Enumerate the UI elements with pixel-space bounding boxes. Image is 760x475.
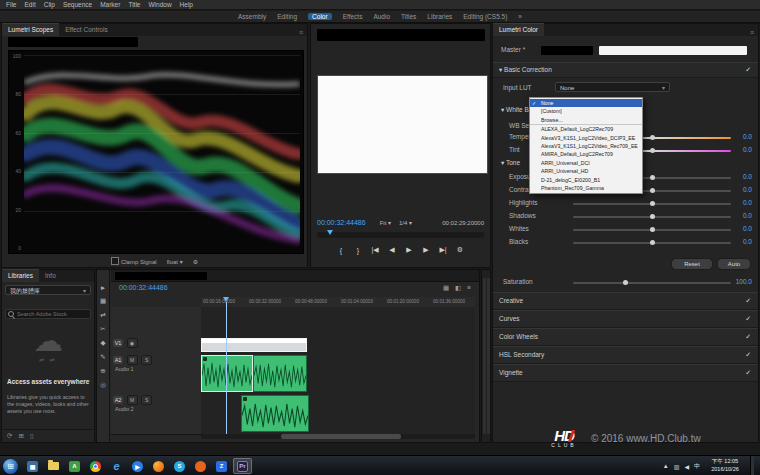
blacks-slider[interactable]	[573, 242, 731, 244]
timeline-playhead-caret[interactable]	[223, 297, 229, 302]
library-add-icon[interactable]: ⊞	[18, 432, 23, 440]
premiere-icon[interactable]: Pr	[233, 458, 252, 474]
go-to-in-button[interactable]: |◀	[370, 246, 380, 254]
auto-button[interactable]: Auto	[717, 258, 751, 270]
menu-marker[interactable]: Marker	[100, 1, 120, 8]
highlights-slider[interactable]	[573, 203, 731, 205]
track-target-a1[interactable]: A1	[113, 356, 123, 364]
lut-menu-item[interactable]: AlexaV3_K1S1_LogC2Video_Rec709_EE	[530, 142, 642, 150]
video-clip[interactable]	[201, 338, 307, 352]
playback-resolution-dropdown[interactable]: 1/4 ▾	[399, 219, 412, 226]
mute-toggle[interactable]: M	[127, 395, 138, 405]
taskbar-app-blue-icon[interactable]: Z	[212, 458, 231, 474]
step-back-button[interactable]: ◀	[387, 246, 397, 254]
lut-menu-item[interactable]: ALEXA_Default_LogC2Rec709	[530, 125, 642, 133]
menu-title[interactable]: Title	[128, 1, 140, 8]
lut-menu-item-custom[interactable]: [Custom]	[530, 107, 642, 115]
section-basic-correction[interactable]: ▾ Basic Correction ✓	[493, 62, 758, 78]
slider-handle[interactable]	[650, 148, 655, 153]
pen-tool-icon[interactable]: ✎	[100, 353, 105, 361]
input-lut-dropdown[interactable]: None ▾	[555, 82, 670, 92]
tray-ime-icon[interactable]: 中	[694, 462, 700, 471]
selection-tool-icon[interactable]: ►	[100, 284, 106, 291]
taskbar-app-green-icon[interactable]: A	[65, 458, 84, 474]
firefox-icon[interactable]	[149, 458, 168, 474]
audio-clip[interactable]	[253, 355, 307, 392]
saturation-slider[interactable]	[573, 282, 731, 284]
menu-window[interactable]: Window	[148, 1, 171, 8]
whites-slider[interactable]	[573, 229, 731, 231]
solo-toggle[interactable]: S	[141, 355, 152, 365]
menu-clip[interactable]: Clip	[44, 1, 55, 8]
track-lane-v3[interactable]	[201, 307, 475, 323]
menu-sequence[interactable]: Sequence	[63, 1, 92, 8]
ripple-edit-tool-icon[interactable]: ⇄	[100, 311, 105, 319]
tab-effect-controls[interactable]: Effect Controls	[59, 24, 114, 36]
section-creative[interactable]: Creative ✓	[493, 292, 758, 310]
lut-menu-item[interactable]: Phantom_Rec709_Gamma	[530, 184, 642, 192]
show-desktop-button[interactable]	[750, 456, 754, 475]
scope-format-dropdown[interactable]: float ▾	[167, 258, 183, 265]
tray-volume-icon[interactable]: ◀	[684, 463, 689, 470]
media-player-icon[interactable]: ▶	[128, 458, 147, 474]
menu-edit[interactable]: Edit	[24, 1, 35, 8]
section-color-wheels[interactable]: Color Wheels ✓	[493, 328, 758, 346]
start-button[interactable]: ⊞	[3, 459, 18, 474]
linked-selection-icon[interactable]: ◧	[455, 284, 461, 292]
panel-menu-icon[interactable]: ≡	[299, 29, 307, 36]
clamp-signal-toggle[interactable]: Clamp Signal	[111, 257, 157, 265]
lut-menu-item[interactable]: D-21_delogC_EI0200_B1	[530, 176, 642, 184]
library-sync-icon[interactable]: ⟳	[7, 432, 12, 440]
track-target-v1[interactable]: V1	[113, 339, 123, 347]
menu-file[interactable]: File	[6, 1, 16, 8]
skype-icon[interactable]: S	[170, 458, 189, 474]
library-search-input[interactable]	[5, 309, 91, 319]
track-target-a2[interactable]: A2	[113, 396, 123, 404]
tab-libraries[interactable]: Libraries	[2, 269, 39, 282]
mark-in-button[interactable]: {	[336, 247, 346, 254]
solo-toggle[interactable]: S	[141, 395, 152, 405]
audio-clip[interactable]	[241, 395, 309, 432]
go-to-out-button[interactable]: ▶|	[438, 246, 448, 254]
track-lane-a2[interactable]	[201, 394, 475, 435]
hand-tool-icon[interactable]: ⊕	[100, 367, 105, 375]
tray-expand-icon[interactable]: ▲	[663, 463, 669, 469]
lut-menu-item[interactable]: AMIRA_Default_LogC2Rec709	[530, 150, 642, 158]
scrollbar-thumb[interactable]	[281, 434, 401, 439]
step-forward-button[interactable]: ▶	[421, 246, 431, 254]
track-select-tool-icon[interactable]: ▦	[100, 297, 106, 305]
chrome-icon[interactable]	[86, 458, 105, 474]
play-button[interactable]: ▶	[404, 246, 414, 254]
lut-menu-item[interactable]: ARRI_Universal_HD	[530, 167, 642, 175]
section-curves[interactable]: Curves ✓	[493, 310, 758, 328]
library-collection-dropdown[interactable]: 我的媒體庫 ▾	[5, 285, 91, 295]
slider-handle[interactable]	[650, 135, 655, 140]
redacted-sequence-tab[interactable]	[115, 272, 207, 280]
track-visibility-icon[interactable]: ◉	[127, 338, 138, 348]
tab-lumetri-scopes[interactable]: Lumetri Scopes	[2, 23, 59, 36]
mute-toggle[interactable]: M	[127, 355, 138, 365]
export-frame-button[interactable]: ⚙	[455, 246, 465, 254]
program-scrub-bar[interactable]	[317, 232, 484, 238]
lut-menu-item[interactable]: AlexaV3_K1S1_LogC2Video_DCIP3_EE	[530, 134, 642, 142]
razor-tool-icon[interactable]: ✂	[100, 325, 105, 333]
workspace-tab-libraries[interactable]: Libraries	[427, 13, 452, 20]
tint-value[interactable]: 0.0	[743, 146, 752, 153]
scope-settings-icon[interactable]: ⚙	[193, 258, 198, 265]
workspace-tab-audio[interactable]: Audio	[373, 13, 390, 20]
timeline-settings-icon[interactable]: ≡	[467, 284, 471, 292]
workspace-tab-effects[interactable]: Effects	[343, 13, 363, 20]
section-enabled-check-icon[interactable]: ✓	[745, 351, 751, 359]
timeline-playhead[interactable]	[226, 302, 227, 434]
taskbar-clock[interactable]: 下午 12:05 2016/10/26	[705, 458, 745, 473]
section-enabled-check-icon[interactable]: ✓	[745, 66, 751, 74]
track-lane-a1[interactable]	[201, 354, 475, 395]
mark-out-button[interactable]: }	[353, 247, 363, 254]
audio-clip[interactable]	[201, 355, 253, 392]
menu-help[interactable]: Help	[180, 1, 193, 8]
track-lane-v2[interactable]	[201, 322, 475, 338]
workspace-tab-editing-cs55[interactable]: Editing (CS5.5)	[463, 13, 507, 20]
lut-menu-item-browse[interactable]: Browse...	[530, 116, 642, 125]
taskbar-grid-icon[interactable]: ▦	[23, 458, 42, 474]
workspace-tab-color[interactable]: Color	[308, 13, 332, 20]
